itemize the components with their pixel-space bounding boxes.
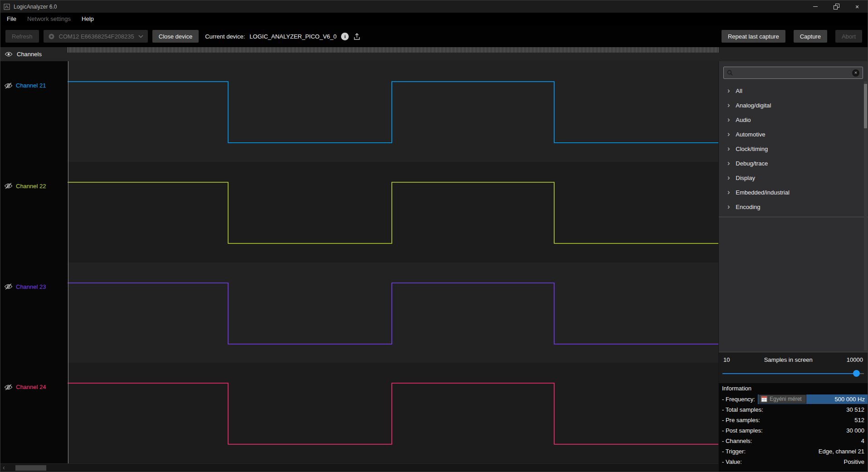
close-button[interactable]: × bbox=[847, 0, 868, 13]
info-label: - Trigger: bbox=[722, 448, 746, 455]
channel-label-row: Channel 22 bbox=[0, 162, 68, 263]
info-icon[interactable]: i bbox=[341, 33, 349, 40]
chevron-right-icon[interactable]: › bbox=[727, 87, 730, 94]
timeline-ruler[interactable] bbox=[68, 47, 718, 53]
waveform-row[interactable] bbox=[68, 263, 718, 363]
information-title: Information bbox=[719, 383, 868, 394]
chevron-right-icon[interactable]: › bbox=[727, 174, 730, 181]
channel-label-row: Channel 24 bbox=[0, 363, 68, 463]
toolbar: Refresh COM12 E66368254F208235 Close dev… bbox=[0, 25, 868, 47]
trigger-marker bbox=[68, 61, 68, 463]
search-input[interactable] bbox=[736, 69, 849, 76]
minimize-button[interactable] bbox=[805, 0, 826, 13]
info-row-trigger: - Trigger:Edge, channel 21 bbox=[719, 446, 868, 457]
window-title: LogicAnalyzer 6.0 bbox=[14, 4, 57, 10]
samples-slider-track[interactable] bbox=[722, 373, 864, 374]
capture-buttons: Repeat last capture Capture Abort bbox=[722, 30, 862, 43]
abort-button[interactable]: Abort bbox=[835, 30, 862, 43]
channel-name[interactable]: Channel 22 bbox=[16, 183, 46, 190]
chevron-right-icon[interactable]: › bbox=[727, 116, 730, 123]
waveform-trace bbox=[68, 263, 718, 363]
tree-item-label: Analog/digital bbox=[736, 102, 771, 109]
custom-size-icon bbox=[761, 396, 767, 402]
eye-off-icon[interactable] bbox=[4, 384, 13, 390]
channel-label-column: Channel 21Channel 22Channel 23Channel 24 bbox=[0, 61, 68, 463]
chevron-right-icon[interactable]: › bbox=[727, 131, 730, 138]
waveform-row[interactable] bbox=[68, 162, 718, 263]
channel-label-row: Channel 21 bbox=[0, 61, 68, 162]
info-label: - Channels: bbox=[722, 438, 752, 444]
refresh-button[interactable]: Refresh bbox=[5, 30, 39, 43]
tree-item-display[interactable]: ›Display bbox=[719, 170, 863, 185]
menu-item-network-settings[interactable]: Network settings bbox=[22, 13, 76, 25]
info-row-frequency: - Frequency: 500 000 Hz Egyéni méret bbox=[719, 394, 868, 404]
sidebar-scrollbar[interactable] bbox=[864, 81, 867, 350]
waveform-trace bbox=[68, 363, 718, 463]
close-icon: × bbox=[855, 3, 859, 10]
eye-off-icon[interactable] bbox=[4, 83, 13, 89]
eye-off-icon[interactable] bbox=[4, 283, 13, 290]
chevron-right-icon[interactable]: › bbox=[727, 203, 730, 210]
tree-item-label: Display bbox=[736, 175, 755, 181]
frequency-tooltip: Egyéni méret bbox=[759, 394, 806, 404]
channel-name[interactable]: Channel 24 bbox=[16, 384, 46, 390]
tree-item-debug-trace[interactable]: ›Debug/trace bbox=[719, 156, 863, 170]
tree-item-clock-timing[interactable]: ›Clock/timing bbox=[719, 141, 863, 156]
minimize-icon bbox=[813, 6, 818, 7]
tree-item-label: Encoding bbox=[736, 204, 760, 210]
chevron-right-icon[interactable]: › bbox=[727, 102, 730, 109]
chevron-down-icon bbox=[138, 35, 143, 38]
scrollbar-thumb[interactable] bbox=[15, 465, 46, 471]
sidebar-scrollbar-thumb[interactable] bbox=[864, 84, 867, 128]
restore-button[interactable] bbox=[826, 0, 847, 13]
tree-item-label: Debug/trace bbox=[736, 160, 768, 167]
waveform-row[interactable] bbox=[68, 61, 718, 162]
info-row-value: - Value:Positive bbox=[719, 457, 868, 467]
chevron-right-icon[interactable]: › bbox=[727, 160, 730, 167]
menu-item-help[interactable]: Help bbox=[76, 13, 99, 25]
tree-item-label: Automotive bbox=[736, 131, 765, 138]
tree-item-embedded-industrial[interactable]: ›Embedded/industrial bbox=[719, 185, 863, 200]
channel-name[interactable]: Channel 21 bbox=[16, 82, 46, 89]
channel-name[interactable]: Channel 23 bbox=[16, 283, 46, 290]
info-value: 30 000 bbox=[846, 427, 864, 434]
info-value: 512 bbox=[854, 417, 864, 423]
main-area: Channel 21Channel 22Channel 23Channel 24… bbox=[0, 61, 868, 472]
frequency-tooltip-text: Egyéni méret bbox=[770, 396, 802, 402]
waveform-row[interactable] bbox=[68, 363, 718, 463]
information-panel: Information - Frequency: 500 000 Hz Egyé… bbox=[719, 383, 868, 472]
tree-item-automotive[interactable]: ›Automotive bbox=[719, 127, 863, 141]
waveform-trace bbox=[68, 61, 718, 162]
menu-item-file[interactable]: File bbox=[1, 13, 22, 25]
search-box[interactable]: × bbox=[723, 67, 863, 79]
clear-search-icon[interactable]: × bbox=[852, 69, 859, 77]
chevron-right-icon[interactable]: › bbox=[727, 145, 730, 152]
tree-item-label: All bbox=[736, 88, 742, 94]
tree-item-all[interactable]: ›All bbox=[719, 83, 863, 98]
samples-slider-thumb[interactable] bbox=[853, 370, 860, 377]
eye-off-icon[interactable] bbox=[4, 183, 13, 189]
search-icon bbox=[727, 70, 733, 76]
device-combo-value: COM12 E66368254F208235 bbox=[59, 33, 134, 40]
slider-min-label: 10 bbox=[723, 356, 730, 363]
tree-item-encoding[interactable]: ›Encoding bbox=[719, 200, 863, 214]
upload-icon[interactable] bbox=[353, 33, 361, 40]
repeat-last-capture-button[interactable]: Repeat last capture bbox=[722, 30, 785, 43]
close-device-button[interactable]: Close device bbox=[152, 30, 199, 43]
current-device-value: LOGIC_ANALYZER_PICO_V6_0 bbox=[249, 33, 336, 40]
info-row-post-samples: - Post samples:30 000 bbox=[719, 425, 868, 436]
title-bar: LogicAnalyzer 6.0 × bbox=[0, 0, 868, 13]
protocol-sidebar: × ›All›Analog/digital›Audio›Automotive›C… bbox=[718, 61, 868, 472]
eye-icon[interactable] bbox=[5, 51, 13, 57]
info-row-total-samples: - Total samples:30 512 bbox=[719, 404, 868, 415]
horizontal-scrollbar[interactable]: ‹ bbox=[0, 463, 718, 472]
info-value: 4 bbox=[861, 438, 864, 444]
scroll-left-icon[interactable]: ‹ bbox=[3, 464, 5, 472]
tree-item-analog-digital[interactable]: ›Analog/digital bbox=[719, 98, 863, 112]
tree-item-audio[interactable]: ›Audio bbox=[719, 112, 863, 127]
chevron-right-icon[interactable]: › bbox=[727, 189, 730, 196]
device-combo[interactable]: COM12 E66368254F208235 bbox=[44, 30, 148, 43]
channels-header: Channels bbox=[0, 47, 868, 61]
capture-button[interactable]: Capture bbox=[794, 30, 827, 43]
samples-slider-section: 10 Samples in screen 10000 bbox=[719, 352, 868, 383]
